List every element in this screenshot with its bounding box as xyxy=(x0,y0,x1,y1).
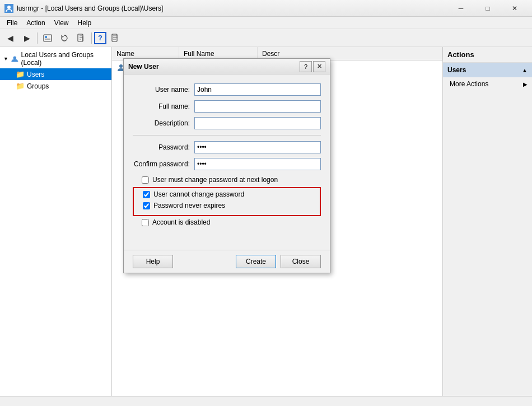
fullname-row: Full name: xyxy=(133,100,321,113)
checkbox-never-expires-row: Password never expires xyxy=(134,202,320,209)
toolbar: ◀ ▶ ? xyxy=(0,29,532,47)
menu-file[interactable]: File xyxy=(2,17,22,29)
highlight-box: User cannot change password Password nev… xyxy=(133,187,321,216)
description-label: Description: xyxy=(133,119,194,127)
username-input[interactable] xyxy=(194,83,321,96)
description-row: Description: xyxy=(133,117,321,129)
password-input[interactable] xyxy=(194,141,321,153)
checkbox-must-change[interactable] xyxy=(142,176,149,184)
actions-section-users[interactable]: Users ▲ xyxy=(443,63,532,77)
checkbox-never-expires[interactable] xyxy=(143,202,150,209)
groups-folder-icon: 📁 xyxy=(16,82,25,90)
password-label: Password: xyxy=(133,143,194,151)
svg-point-6 xyxy=(13,56,17,59)
checkbox-account-disabled[interactable] xyxy=(142,219,149,226)
collapse-icon: ▲ xyxy=(522,67,528,73)
description-input[interactable] xyxy=(194,117,321,129)
tree-item-users-label: Users xyxy=(27,71,44,78)
help-toolbar-button[interactable]: ? xyxy=(94,32,106,44)
checkbox-cannot-change[interactable] xyxy=(143,191,150,198)
left-panel: ▼ Local Users and Groups (Local) 📁 Users… xyxy=(0,47,112,406)
tree-root-item[interactable]: ▼ Local Users and Groups (Local) xyxy=(0,49,111,68)
checkbox-cannot-change-label: User cannot change password xyxy=(153,190,244,198)
password-row: Password: xyxy=(133,141,321,153)
users-folder-icon: 📁 xyxy=(16,70,25,78)
dialog-content: User name: Full name: Description: Passw… xyxy=(124,74,330,250)
menu-action[interactable]: Action xyxy=(22,17,49,29)
window-controls: ─ □ ✕ xyxy=(448,0,528,17)
new-user-dialog: New User ? ✕ User name: Full name: Descr… xyxy=(123,58,330,273)
export-button[interactable] xyxy=(73,31,89,45)
menu-bar: File Action View Help xyxy=(0,17,532,29)
svg-rect-3 xyxy=(45,39,50,40)
close-button[interactable]: ✕ xyxy=(502,0,528,17)
confirm-password-input[interactable] xyxy=(194,158,321,170)
footer-spacer xyxy=(133,230,321,241)
more-actions-arrow: ▶ xyxy=(523,81,528,87)
toolbar-separator-2 xyxy=(91,32,92,44)
checkboxes-container: User must change password at next logon … xyxy=(133,176,321,226)
checkbox-never-expires-label: Password never expires xyxy=(153,202,225,209)
props-button[interactable] xyxy=(108,31,123,45)
help-button[interactable]: Help xyxy=(133,255,173,268)
dialog-help-button[interactable]: ? xyxy=(300,61,312,72)
svg-point-7 xyxy=(119,64,123,68)
more-actions-item[interactable]: More Actions ▶ xyxy=(443,77,532,91)
toolbar-separator-1 xyxy=(37,32,38,44)
svg-rect-2 xyxy=(45,36,47,38)
username-label: User name: xyxy=(133,86,194,94)
tree-root-label: Local Users and Groups (Local) xyxy=(21,51,108,67)
create-button[interactable]: Create xyxy=(236,255,276,268)
minimize-button[interactable]: ─ xyxy=(448,0,474,17)
checkbox-account-disabled-row: Account is disabled xyxy=(133,218,321,226)
checkbox-must-change-label: User must change password at next logon xyxy=(152,176,278,184)
dialog-close-btn[interactable]: Close xyxy=(281,255,321,268)
tree-item-groups-label: Groups xyxy=(27,82,49,90)
menu-view[interactable]: View xyxy=(50,17,73,29)
fullname-input[interactable] xyxy=(194,100,321,113)
status-bar xyxy=(0,396,532,406)
checkbox-must-change-row: User must change password at next logon xyxy=(133,176,321,184)
lusrmgr-icon xyxy=(11,54,19,63)
app-icon xyxy=(4,4,13,13)
confirm-password-row: Confirm password: xyxy=(133,158,321,170)
title-bar-left: lusrmgr - [Local Users and Groups (Local… xyxy=(4,4,163,13)
username-row: User name: xyxy=(133,83,321,96)
back-button[interactable]: ◀ xyxy=(2,31,18,45)
scope-button[interactable] xyxy=(40,31,55,45)
divider-1 xyxy=(133,135,321,136)
right-panel: Actions Users ▲ More Actions ▶ xyxy=(442,47,532,406)
dialog-title-bar: New User ? ✕ xyxy=(124,59,330,74)
svg-point-0 xyxy=(7,6,11,9)
confirm-password-label: Confirm password: xyxy=(133,160,194,168)
menu-help[interactable]: Help xyxy=(73,17,96,29)
dialog-title-text: New User xyxy=(128,63,159,71)
title-text: lusrmgr - [Local Users and Groups (Local… xyxy=(17,4,163,12)
checkbox-cannot-change-row: User cannot change password xyxy=(134,190,320,198)
fullname-label: Full name: xyxy=(133,102,194,110)
dialog-footer: Help Create Close xyxy=(124,250,330,273)
tree-item-users[interactable]: 📁 Users xyxy=(0,68,111,80)
checkbox-account-disabled-label: Account is disabled xyxy=(152,218,210,226)
maximize-button[interactable]: □ xyxy=(475,0,501,17)
title-bar: lusrmgr - [Local Users and Groups (Local… xyxy=(0,0,532,17)
actions-header: Actions xyxy=(443,47,532,63)
expand-icon: ▼ xyxy=(3,56,8,62)
dialog-title-controls: ? ✕ xyxy=(300,61,325,72)
refresh-button[interactable] xyxy=(57,31,72,45)
forward-button[interactable]: ▶ xyxy=(19,31,35,45)
footer-right-buttons: Create Close xyxy=(236,255,321,268)
tree-item-groups[interactable]: 📁 Groups xyxy=(0,80,111,92)
dialog-close-button[interactable]: ✕ xyxy=(313,61,325,72)
